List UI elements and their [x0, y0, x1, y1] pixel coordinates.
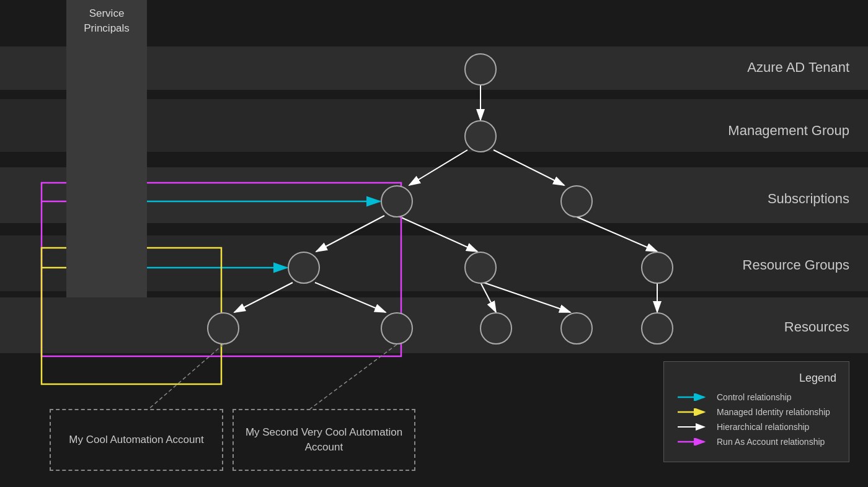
node-rg3 — [641, 252, 673, 284]
legend-item-control: Control relationship — [676, 392, 836, 402]
node-mgmt-group — [464, 120, 497, 152]
node-sub1 — [381, 185, 413, 217]
legend-label-hierarchical: Hierarchical relationship — [717, 422, 809, 432]
label-azure-ad: Azure AD Tenant — [747, 59, 849, 76]
node-res2 — [381, 312, 413, 344]
label-mgmt: Management Group — [728, 123, 849, 139]
node-res4 — [560, 312, 593, 344]
legend-item-runas: Run As Account relationship — [676, 437, 836, 447]
band-resources — [0, 297, 868, 353]
legend-box: Legend Control relationship — [663, 361, 849, 462]
node-res3 — [480, 312, 512, 344]
legend-item-hierarchical: Hierarchical relationship — [676, 422, 836, 432]
node-sub2 — [560, 185, 593, 217]
account-label-2: My Second Very Cool Automation Account — [240, 425, 408, 455]
svg-line-22 — [310, 344, 397, 409]
legend-title: Legend — [676, 372, 836, 385]
account-box-1: My Cool Automation Account — [50, 409, 223, 471]
sp-header: Service Principals — [66, 0, 147, 297]
label-resources: Resources — [784, 319, 849, 335]
account-label-1: My Cool Automation Account — [69, 432, 203, 447]
label-subscriptions: Subscriptions — [768, 191, 849, 207]
svg-line-21 — [149, 344, 223, 409]
legend-label-runas: Run As Account relationship — [717, 437, 825, 447]
label-resource-groups: Resource Groups — [743, 257, 849, 273]
node-res5 — [641, 312, 673, 344]
node-res1 — [207, 312, 239, 344]
legend-label-managed: Managed Identity relationship — [717, 407, 830, 417]
node-rg1 — [288, 252, 320, 284]
legend-item-managed: Managed Identity relationship — [676, 407, 836, 417]
legend-label-control: Control relationship — [717, 392, 792, 402]
node-rg2 — [464, 252, 497, 284]
diagram-container: Service Principals Azure AD Tenant Manag… — [0, 0, 868, 487]
node-azure-ad — [464, 53, 497, 86]
account-box-2: My Second Very Cool Automation Account — [232, 409, 415, 471]
